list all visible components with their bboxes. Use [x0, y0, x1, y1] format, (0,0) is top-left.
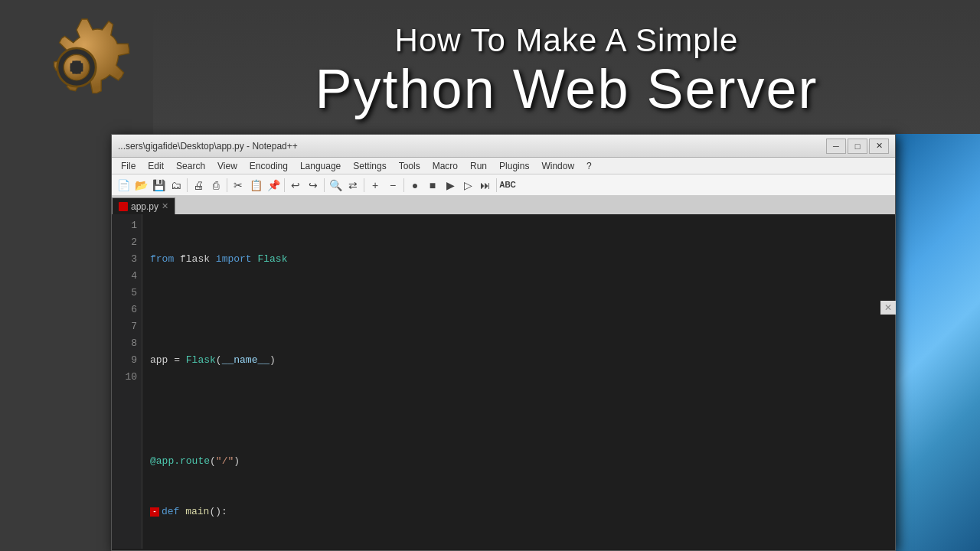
toolbar-macro5[interactable]: ⏭ [477, 177, 494, 194]
toolbar-sep1 [187, 178, 188, 192]
line-num-3: 3 [113, 251, 137, 268]
notepad-window: ...sers\gigafide\Desktop\app.py - Notepa… [111, 134, 896, 551]
code-line-2 [150, 302, 887, 318]
toolbar-open[interactable]: 📂 [132, 177, 149, 194]
close-button[interactable]: ✕ [869, 139, 889, 154]
window-controls: ─ □ ✕ [826, 139, 889, 154]
line-num-10: 10 [113, 369, 137, 386]
toolbar: 📄 📂 💾 🗂 🖨 ⎙ ✂ 📋 📌 ↩ ↪ 🔍 ⇄ + − ● ■ ▶ ▷ ⏭ … [112, 174, 895, 196]
code-line-6: -def main(): [150, 504, 887, 520]
toolbar-macro2[interactable]: ■ [424, 177, 441, 194]
toolbar-save[interactable]: 💾 [150, 177, 167, 194]
code-editor[interactable]: from flask import Flask app = Flask(__na… [142, 214, 895, 549]
menu-plugins[interactable]: Plugins [493, 159, 535, 173]
line-num-5: 5 [113, 285, 137, 302]
line-numbers: 1 2 3 4 5 6 7 8 9 10 [112, 214, 142, 549]
toolbar-copy[interactable]: 📋 [247, 177, 264, 194]
toolbar-zoomout[interactable]: − [384, 177, 401, 194]
toolbar-find[interactable]: 🔍 [327, 177, 344, 194]
line-num-8: 8 [113, 335, 137, 352]
desktop-background [896, 134, 980, 551]
toolbar-paste[interactable]: 📌 [265, 177, 282, 194]
tab-apppy[interactable]: app.py ✕ [112, 197, 175, 214]
menu-macro[interactable]: Macro [426, 159, 464, 173]
menu-help[interactable]: ? [580, 159, 598, 173]
code-line-1: from flask import Flask [150, 251, 887, 268]
toolbar-abc[interactable]: ABC [499, 177, 516, 194]
toolbar-sep4 [324, 178, 325, 192]
menu-window[interactable]: Window [535, 159, 580, 173]
minimize-button[interactable]: ─ [826, 139, 846, 154]
maximize-button[interactable]: □ [848, 139, 867, 154]
line-num-7: 7 [113, 318, 137, 335]
toolbar-saveall[interactable]: 🗂 [168, 177, 185, 194]
svg-point-2 [70, 60, 83, 73]
toolbar-replace[interactable]: ⇄ [345, 177, 361, 194]
code-area[interactable]: 1 2 3 4 5 6 7 8 9 10 from flask import F… [112, 214, 895, 549]
toolbar-macro1[interactable]: ● [407, 177, 423, 194]
tab-icon [119, 202, 128, 211]
toolbar-macro3[interactable]: ▶ [442, 177, 459, 194]
menu-search[interactable]: Search [170, 159, 211, 173]
toolbar-sep2 [227, 178, 227, 192]
tab-area-close[interactable]: ✕ [880, 301, 896, 315]
toolbar-cut[interactable]: ✂ [230, 177, 247, 194]
toolbar-sep7 [496, 178, 497, 192]
title-area: How To Make A Simple Python Web Server [153, 4, 980, 138]
toolbar-sep5 [364, 178, 364, 192]
title-subtitle: How To Make A Simple [395, 22, 739, 59]
menu-tools[interactable]: Tools [393, 159, 426, 173]
title-bar: ...sers\gigafide\Desktop\app.py - Notepa… [112, 135, 895, 158]
toolbar-undo[interactable]: ↩ [287, 177, 304, 194]
menu-encoding[interactable]: Encoding [243, 159, 294, 173]
tab-bar: app.py ✕ [112, 196, 895, 214]
window-title: ...sers\gigafide\Desktop\app.py - Notepa… [118, 141, 826, 152]
menu-file[interactable]: File [115, 159, 142, 173]
line-num-6: 6 [113, 302, 137, 318]
toolbar-zoomin[interactable]: + [367, 177, 384, 194]
toolbar-sep3 [284, 178, 285, 192]
gear-area [0, 0, 153, 134]
menu-edit[interactable]: Edit [142, 159, 170, 173]
toolbar-macro4[interactable]: ▷ [459, 177, 476, 194]
toolbar-new[interactable]: 📄 [115, 177, 132, 194]
menu-run[interactable]: Run [464, 159, 493, 173]
menu-bar: File Edit Search View Encoding Language … [112, 158, 895, 174]
tab-label: app.py [131, 201, 158, 212]
menu-view[interactable]: View [211, 159, 243, 173]
code-line-5: @app.route("/") [150, 453, 887, 470]
line-num-9: 9 [113, 352, 137, 369]
toolbar-print2[interactable]: ⎙ [207, 177, 224, 194]
line-num-2: 2 [113, 234, 137, 251]
tab-close-button[interactable]: ✕ [162, 201, 168, 211]
line-num-4: 4 [113, 268, 137, 285]
gear-icon [23, 14, 130, 121]
menu-settings[interactable]: Settings [347, 159, 392, 173]
code-line-4 [150, 403, 887, 419]
menu-language[interactable]: Language [294, 159, 347, 173]
title-main: Python Web Server [315, 59, 818, 119]
toolbar-redo[interactable]: ↪ [305, 177, 322, 194]
code-line-3: app = Flask(__name__) [150, 352, 887, 369]
toolbar-print[interactable]: 🖨 [190, 177, 207, 194]
toolbar-sep6 [403, 178, 404, 192]
line-num-1: 1 [113, 217, 137, 234]
